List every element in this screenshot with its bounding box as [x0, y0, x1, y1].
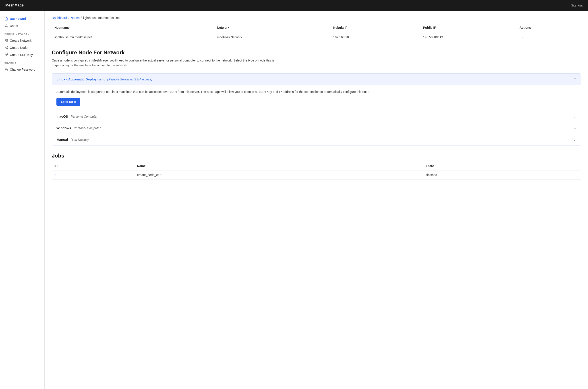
svg-line-8 [6, 48, 7, 48]
panel-manual-header[interactable]: Manual (You Decide) ⌄ [52, 134, 581, 145]
lets-do-it-button[interactable]: Let's Do It [56, 98, 80, 106]
key-icon [4, 53, 8, 57]
svg-rect-1 [5, 39, 6, 40]
chevron-up-icon: ⌃ [573, 77, 576, 81]
chevron-down-icon-macos: ⌄ [573, 114, 576, 119]
panel-linux-subtitle: (Remote Server w/ SSH access) [107, 78, 152, 81]
svg-point-0 [6, 25, 7, 26]
cell-public-ip: 198.58.102.13 [420, 32, 517, 42]
topnav: MeshMage Sign out [0, 0, 588, 11]
sidebar-item-create-node[interactable]: Create Node [0, 44, 44, 51]
table-row: lighthouse.mn.modfoss.net modFoss Networ… [52, 32, 581, 42]
panel-windows-subtitle: Personal Computer [74, 126, 101, 130]
breadcrumb-current: lighthouse.mn.modfoss.net [83, 16, 120, 20]
sidebar-item-dashboard[interactable]: Dashboard [0, 15, 44, 22]
panel-windows-title: Windows [56, 126, 71, 130]
panel-linux-desc: Automatic deployment is supported on Lin… [56, 89, 576, 94]
chevron-down-icon-windows: ⌄ [573, 126, 576, 130]
main-content: Dashboard / Nodes / lighthouse.mn.modfos… [45, 11, 588, 389]
jobs-col-id: ID [52, 162, 135, 170]
jobs-table-row: 2 create_node_cert finished [52, 170, 581, 180]
panel-macos-subtitle: Personal Computer [71, 115, 98, 118]
panel-macos-header[interactable]: macOS Personal Computer ⌄ [52, 111, 581, 122]
col-hostname: Hostname [52, 24, 214, 32]
svg-rect-10 [5, 69, 7, 71]
breadcrumb-sep-1: / [69, 16, 69, 20]
signout-button[interactable]: Sign out [571, 3, 583, 7]
jobs-section-title: Jobs [52, 153, 581, 159]
app-brand: MeshMage [5, 3, 24, 7]
profile-label: PROFILE [0, 58, 44, 66]
sidebar-item-create-network[interactable]: Create Network [0, 37, 44, 44]
grid-icon [4, 39, 8, 42]
row-action-arrow[interactable]: → [519, 35, 523, 39]
user-icon [4, 24, 8, 28]
job-name: create_node_cert [135, 170, 424, 180]
config-panels: Linux - Automatic Deployment (Remote Ser… [52, 73, 581, 145]
col-network: Network [214, 24, 331, 32]
panel-linux-header[interactable]: Linux - Automatic Deployment (Remote Ser… [52, 73, 581, 85]
layout: Dashboard Users DEFINE NETWORK Create Ne… [0, 11, 588, 389]
sidebar-item-change-password[interactable]: Change Password [0, 66, 44, 73]
panel-linux-title: Linux - Automatic Deployment [56, 77, 105, 81]
breadcrumb-dashboard[interactable]: Dashboard [52, 16, 67, 20]
col-public-ip: Public IP [420, 24, 517, 32]
cell-nebula-ip: 192.168.10.5 [331, 32, 420, 42]
configure-section-desc: Once a node is configured in MeshMage, y… [52, 58, 275, 68]
home-icon [4, 17, 8, 21]
cell-hostname: lighthouse.mn.modfoss.net [52, 32, 214, 42]
col-nebula-ip: Nebula IP [331, 24, 420, 32]
share-icon [4, 46, 8, 49]
node-table: Hostname Network Nebula IP Public IP Act… [52, 24, 581, 42]
panel-macos-title: macOS [56, 115, 68, 118]
panel-manual-title: Manual [56, 138, 68, 141]
breadcrumb-sep-2: / [81, 16, 82, 20]
svg-rect-4 [6, 41, 7, 42]
svg-rect-3 [5, 41, 6, 42]
sidebar: Dashboard Users DEFINE NETWORK Create Ne… [0, 11, 45, 389]
cell-actions: → [517, 32, 581, 42]
panel-linux-auto: Linux - Automatic Deployment (Remote Ser… [52, 73, 581, 111]
configure-section-title: Configure Node For Network [52, 49, 581, 56]
breadcrumb-nodes[interactable]: Nodes [71, 16, 79, 20]
chevron-down-icon-manual: ⌄ [573, 137, 576, 142]
cell-network: modFoss Network [214, 32, 331, 42]
lock-icon [4, 68, 8, 71]
panel-linux-body: Automatic deployment is supported on Lin… [52, 85, 581, 111]
jobs-table: ID Name State 2 create_node_cert finishe… [52, 162, 581, 180]
panel-manual-subtitle: (You Decide) [71, 138, 89, 141]
define-network-label: DEFINE NETWORK [0, 30, 44, 37]
job-id: 2 [52, 170, 135, 180]
sidebar-item-create-ssh-key[interactable]: Create SSH Key [0, 51, 44, 58]
job-id-link[interactable]: 2 [54, 173, 56, 177]
svg-line-9 [6, 47, 7, 47]
svg-rect-2 [6, 39, 7, 40]
sidebar-item-users[interactable]: Users [0, 22, 44, 30]
breadcrumb: Dashboard / Nodes / lighthouse.mn.modfos… [52, 16, 581, 20]
col-actions: Actions [517, 24, 581, 32]
jobs-col-name: Name [135, 162, 424, 170]
panel-windows-header[interactable]: Windows Personal Computer ⌄ [52, 122, 581, 134]
job-state: finished [424, 170, 581, 180]
jobs-col-state: State [424, 162, 581, 170]
